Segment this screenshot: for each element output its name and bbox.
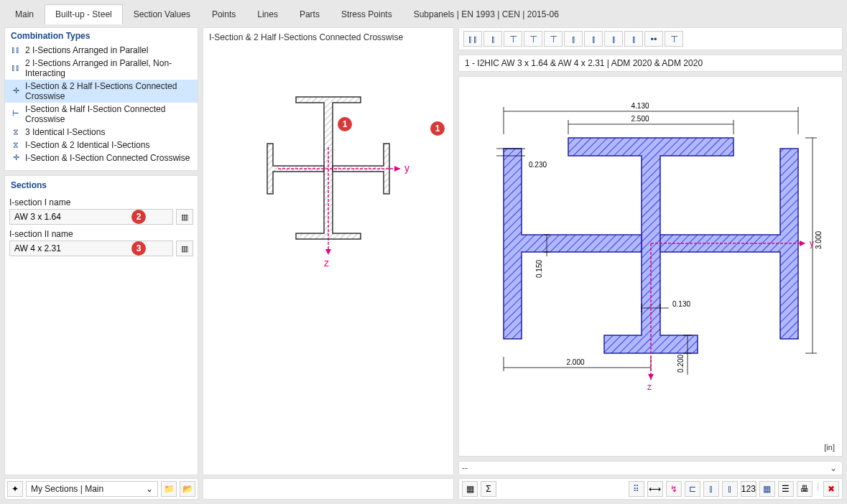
tab-main[interactable]: Main — [4, 4, 45, 24]
combo-item-1[interactable]: ⫿⫿2 I-Sections Arranged in Parallel, Non… — [5, 57, 198, 80]
badge-2: 2 — [131, 210, 146, 224]
main-tabs: Main Built-up - Steel Section Values Poi… — [4, 4, 843, 24]
dim-0150: 0.150 — [535, 260, 543, 278]
section-icon: ⊏ — [689, 484, 696, 494]
import-button[interactable]: 📁 — [161, 481, 177, 497]
export-button[interactable]: 📂 — [180, 481, 195, 497]
folder-icon: 📁 — [164, 484, 175, 494]
combo-item-0[interactable]: ⫿⫿2 I-Sections Arranged in Parallel — [5, 44, 198, 57]
dd-value: -- — [462, 463, 468, 473]
shape-btn-7[interactable]: ⫿ — [584, 31, 603, 47]
ibeam2-icon: ⫿ — [728, 484, 732, 494]
section2-input[interactable] — [9, 241, 173, 256]
tab-lines[interactable]: Lines — [246, 4, 289, 24]
svg-marker-4 — [325, 249, 331, 255]
section-toolbar: ⫿⫿ ⫿ ⊤ ⊤ ⊤ ⫿ ⫿ ⫿ ⫿ •• ⊤ — [458, 27, 843, 50]
sections-title: Sections — [9, 179, 193, 193]
view-btn-3[interactable]: ↯ — [666, 481, 682, 497]
folder-out-icon: 📂 — [182, 484, 193, 494]
axis-z-label: z — [324, 257, 329, 269]
my-sections-label: My Sections | Main — [31, 484, 103, 494]
shape-btn-6[interactable]: ⫿ — [564, 31, 583, 47]
view-btn-2[interactable]: ⟷ — [647, 481, 663, 497]
combination-types-panel: Combination Types ⫿⫿2 I-Sections Arrange… — [4, 27, 198, 171]
view-btn-1[interactable]: ⠿ — [629, 481, 644, 497]
view-btn-5[interactable]: ⫿ — [703, 481, 719, 497]
combo-label: I-Section & 2 Identical I-Sections — [25, 140, 149, 150]
combo-item-5[interactable]: ⧖I-Section & 2 Identical I-Sections — [5, 139, 198, 151]
svg-marker-33 — [648, 374, 654, 380]
tab-subpanels[interactable]: Subpanels | EN 1993 | CEN | 2015-06 — [403, 4, 570, 24]
tab-builtup-steel[interactable]: Built-up - Steel — [45, 4, 123, 24]
shape-btn-2[interactable]: ⫿ — [483, 31, 502, 47]
combo-item-3[interactable]: ⊢I-Section & Half I-Section Connected Cr… — [5, 103, 198, 126]
tab-parts[interactable]: Parts — [289, 4, 330, 24]
cancel-button[interactable]: ✖ — [823, 481, 839, 497]
combo-icon-0: ⫿⫿ — [11, 45, 21, 55]
tab-section-values[interactable]: Section Values — [123, 4, 201, 24]
dim-2500: 2.500 — [631, 115, 649, 123]
combo-label: 2 I-Sections Arranged in Parallel — [25, 45, 148, 55]
section1-input[interactable] — [9, 209, 173, 225]
shape-btn-10[interactable]: •• — [644, 31, 663, 47]
combo-label: 3 Identical I-Sections — [25, 127, 105, 137]
dim-3000: 3.000 — [815, 231, 823, 249]
combo-item-2[interactable]: ✛I-Section & 2 Half I-Sections Connected… — [5, 80, 198, 103]
shape-btn-3[interactable]: ⊤ — [504, 31, 522, 47]
shape-btn-5[interactable]: ⊤ — [544, 31, 563, 47]
dim-2000: 2.000 — [566, 358, 584, 366]
combo-icon-4: ⧖ — [11, 127, 21, 137]
axis-y-label: y — [404, 162, 409, 174]
tab-stress-points[interactable]: Stress Points — [330, 4, 403, 24]
axis-y: y — [810, 238, 814, 248]
main-diagram[interactable]: 4.130 2.500 0.230 0.150 0.130 — [458, 76, 843, 457]
section2-library-button[interactable]: ▥ — [176, 241, 193, 256]
chevron-down-icon: ⌄ — [828, 463, 839, 473]
combo-item-4[interactable]: ⧖3 Identical I-Sections — [5, 126, 198, 139]
sections-panel: Sections I-section I name 2 ▥ I-section … — [4, 175, 198, 475]
dim-0230: 0.230 — [529, 161, 547, 169]
section1-library-button[interactable]: ▥ — [176, 209, 193, 225]
star-plus-icon: ✦ — [11, 484, 19, 494]
view-btn-6[interactable]: ⫿ — [722, 481, 738, 497]
sigma-icon: Σ — [486, 484, 491, 494]
tool-btn-a[interactable]: ▦ — [462, 481, 478, 497]
axis-z: z — [647, 382, 652, 392]
svg-marker-31 — [800, 241, 805, 246]
view-btn-9[interactable]: ☰ — [778, 481, 794, 497]
combo-label: 2 I-Sections Arranged in Parallel, Non-I… — [25, 58, 192, 78]
tool-btn-b[interactable]: Σ — [481, 481, 496, 497]
shape-btn-4[interactable]: ⊤ — [524, 31, 542, 47]
dim-0130: 0.130 — [672, 300, 690, 308]
view-btn-4[interactable]: ⊏ — [685, 481, 700, 497]
combination-types-title: Combination Types — [5, 28, 198, 44]
tab-points[interactable]: Points — [201, 4, 246, 24]
my-sections-select[interactable]: My Sections | Main ⌄ — [26, 481, 158, 497]
grid2-icon: ▦ — [763, 484, 771, 494]
preview-title: I-Section & 2 Half I-Sections Connected … — [203, 28, 453, 47]
section1-label: I-section I name — [9, 197, 193, 207]
view-btn-8[interactable]: ▦ — [759, 481, 775, 497]
close-icon: ✖ — [828, 484, 835, 494]
ibeam-icon: ⫿ — [709, 484, 713, 494]
chevron-down-icon: ⌄ — [146, 484, 153, 494]
combo-item-6[interactable]: ✛I-Section & I-Section Connected Crosswi… — [5, 151, 198, 164]
shape-btn-9[interactable]: ⫿ — [624, 31, 643, 47]
new-section-button[interactable]: ✦ — [7, 481, 23, 497]
combo-label: I-Section & 2 Half I-Sections Connected … — [25, 81, 192, 101]
detail-dropdown[interactable]: -- ⌄ — [458, 461, 843, 475]
shape-btn-8[interactable]: ⫿ — [604, 31, 623, 47]
shape-btn-11[interactable]: ⊤ — [665, 31, 683, 47]
list-icon: ☰ — [782, 484, 790, 494]
section2-label: I-section II name — [9, 229, 193, 239]
shape-btn-1[interactable]: ⫿⫿ — [463, 31, 482, 47]
badge-3: 3 — [131, 241, 146, 256]
combo-icon-3: ⊢ — [11, 109, 21, 119]
svg-marker-3 — [394, 166, 400, 172]
dots-icon: ⠿ — [633, 484, 639, 494]
view-btn-7[interactable]: 123 — [741, 481, 756, 497]
library-icon: ▥ — [181, 213, 188, 222]
print-button[interactable]: 🖶 — [797, 481, 813, 497]
dim-4130: 4.130 — [631, 102, 649, 110]
combo-icon-5: ⧖ — [11, 140, 21, 150]
